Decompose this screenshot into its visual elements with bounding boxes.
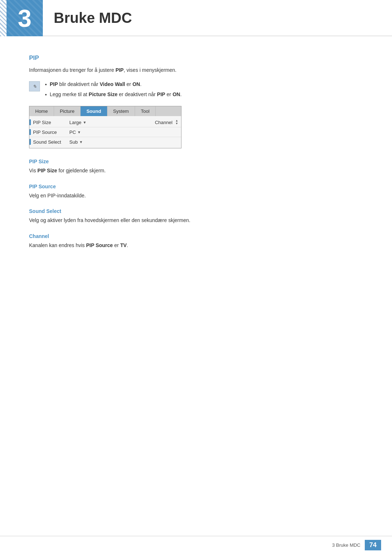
table-row: PIP Size Large ▼ Channel ▲ ▼ — [29, 118, 181, 127]
pip-size-value[interactable]: Large ▼ — [69, 120, 86, 125]
section-heading-pip: PIP — [29, 54, 363, 62]
menu-tabs: Home Picture Sound System Tool — [29, 106, 181, 116]
note-box: ✎ • PIP blir deaktivert når Video Wall e… — [29, 81, 363, 99]
sound-select-text: Sub — [69, 139, 78, 145]
bullet-dot-1: • — [45, 81, 47, 89]
tab-home[interactable]: Home — [29, 106, 54, 116]
channel-label: Channel — [155, 120, 172, 125]
row-indicator — [29, 119, 31, 125]
main-content: PIP Informasjonen du trenger for å juste… — [0, 36, 392, 287]
row-indicator — [29, 129, 31, 135]
bullet-dot-2: • — [45, 91, 47, 99]
section-intro-text: Informasjonen du trenger for å justere P… — [29, 66, 363, 74]
subsection-pip-source-text: Velg en PIP-inndatakilde. — [29, 192, 363, 200]
tab-tool[interactable]: Tool — [135, 106, 156, 116]
footer-chapter-text: 3 Bruke MDC — [332, 542, 360, 548]
subsection-sound-select-heading: Sound Select — [29, 208, 363, 214]
sound-select-dropdown-arrow: ▼ — [79, 140, 83, 144]
subsection-channel: Channel Kanalen kan endres hvis PIP Sour… — [29, 233, 363, 249]
note-icon: ✎ — [29, 81, 40, 91]
chapter-number: 3 — [18, 6, 32, 30]
chapter-number-box: 3 — [7, 0, 43, 36]
row-indicator — [29, 139, 31, 145]
channel-area: Channel ▲ ▼ — [86, 119, 181, 125]
pip-source-label: PIP Source — [33, 130, 69, 135]
subsection-sound-select: Sound Select Velg og aktiver lyden fra h… — [29, 208, 363, 224]
subsection-pip-size: PIP Size Vis PIP Size for gjeldende skje… — [29, 159, 363, 175]
subsection-sound-select-text: Velg og aktiver lyden fra hovedskjermen … — [29, 216, 363, 224]
page-header: 3 Bruke MDC — [0, 0, 392, 36]
diagonal-decoration — [0, 0, 7, 36]
menu-rows: PIP Size Large ▼ Channel ▲ ▼ PIP Source — [29, 116, 181, 148]
note-icon-symbol: ✎ — [33, 84, 37, 89]
pip-size-dropdown-arrow: ▼ — [83, 120, 86, 124]
subsection-pip-source-heading: PIP Source — [29, 184, 363, 189]
note-bullet-2: • Legg merke til at Picture Size er deak… — [45, 91, 181, 99]
subsection-pip-size-text: Vis PIP Size for gjeldende skjerm. — [29, 167, 363, 175]
subsection-pip-size-heading: PIP Size — [29, 159, 363, 164]
sound-select-value[interactable]: Sub ▼ — [69, 139, 83, 145]
table-row: PIP Source PC ▼ — [29, 127, 181, 137]
pip-source-text: PC — [69, 130, 76, 135]
note-bullet-2-text: Legg merke til at Picture Size er deakti… — [50, 91, 181, 98]
table-row: Sound Select Sub ▼ — [29, 137, 181, 147]
pip-size-label: PIP Size — [33, 120, 69, 125]
pip-source-value[interactable]: PC ▼ — [69, 130, 81, 135]
footer-page-number: 74 — [365, 540, 381, 550]
note-bullet-1-text: PIP blir deaktivert når Video Wall er ON… — [50, 81, 142, 88]
page-footer: 3 Bruke MDC 74 — [0, 536, 392, 554]
tab-sound[interactable]: Sound — [81, 106, 107, 116]
spinner-down[interactable]: ▼ — [175, 122, 178, 125]
subsection-channel-text: Kanalen kan endres hvis PIP Source er TV… — [29, 241, 363, 249]
menu-table: Home Picture Sound System Tool PIP Size — [29, 106, 181, 148]
subsection-pip-source: PIP Source Velg en PIP-inndatakilde. — [29, 184, 363, 200]
chapter-title: Bruke MDC — [54, 10, 132, 26]
tab-picture[interactable]: Picture — [54, 106, 81, 116]
subsection-channel-heading: Channel — [29, 233, 363, 239]
tab-system[interactable]: System — [107, 106, 135, 116]
note-bullet-1: • PIP blir deaktivert når Video Wall er … — [45, 81, 181, 89]
note-content: • PIP blir deaktivert når Video Wall er … — [45, 81, 181, 99]
sound-select-label: Sound Select — [33, 139, 69, 145]
chapter-title-area: Bruke MDC — [43, 0, 392, 36]
pip-size-text: Large — [69, 120, 81, 125]
pip-source-dropdown-arrow: ▼ — [77, 130, 81, 134]
spinner[interactable]: ▲ ▼ — [175, 119, 178, 125]
